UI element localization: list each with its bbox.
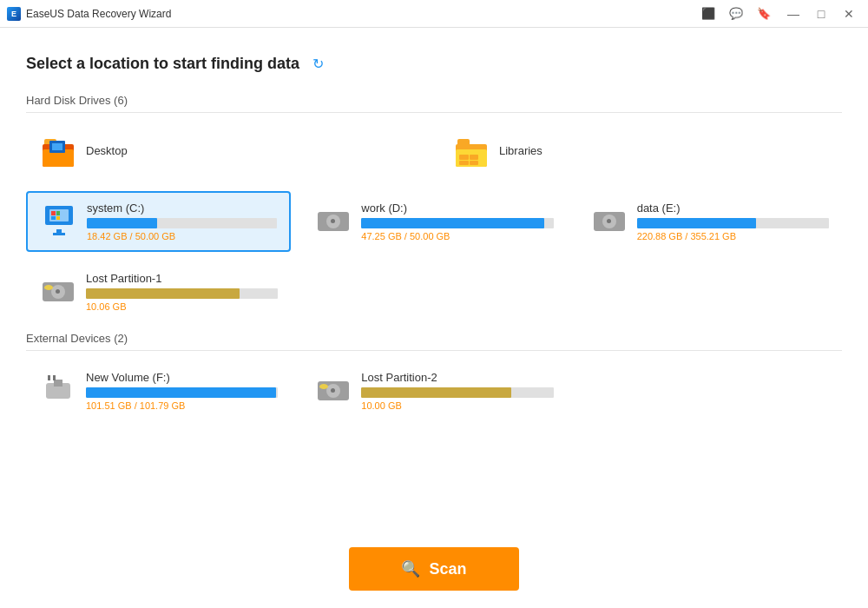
new-volume-f-progress-fill [86, 387, 276, 398]
lost-partition-1-size: 10.06 GB [86, 301, 278, 312]
lost-partition-1-progress-container [86, 288, 278, 299]
app-icon: E [7, 7, 21, 21]
external-devices-section: External Devices (2) New Volume (F:) [26, 332, 842, 420]
external-devices-label: External Devices (2) [26, 332, 842, 351]
minimize-button[interactable]: — [781, 4, 806, 23]
app-title: EaseUS Data Recovery Wizard [26, 8, 171, 20]
data-e-progress-container [637, 218, 829, 228]
main-content: Select a location to start finding data … [0, 28, 868, 608]
work-d-progress-fill [361, 218, 543, 228]
lost-partition-2-progress-fill [361, 387, 511, 398]
page-header: Select a location to start finding data … [26, 54, 842, 73]
libraries-info: Libraries [499, 144, 829, 161]
scan-button[interactable]: 🔍 Scan [349, 547, 518, 591]
work-d-name: work (D:) [361, 202, 553, 215]
hard-disk-section: Hard Disk Drives (6) D [26, 94, 842, 328]
system-c-size: 18.42 GB / 50.00 GB [87, 231, 277, 241]
work-d-card[interactable]: work (D:) 47.25 GB / 50.00 GB [301, 191, 566, 252]
lost-partition-1-progress-fill [86, 288, 240, 299]
work-d-progress-container [361, 218, 553, 228]
lost-partition-2-size: 10.00 GB [361, 400, 553, 411]
lost-partition-2-name: Lost Partition-2 [361, 371, 553, 384]
libraries-icon [452, 133, 490, 171]
scan-footer: 🔍 Scan [26, 530, 842, 591]
empty-cell-1 [301, 262, 566, 321]
desktop-info: Desktop [86, 144, 416, 161]
system-c-progress-container [87, 218, 277, 228]
drives-row-1: system (C:) 18.42 GB / 50.00 GB [26, 191, 842, 252]
work-d-icon [314, 202, 352, 241]
window-controls: — □ ✕ [781, 4, 861, 23]
lost-partition-1-info: Lost Partition-1 10.06 GB [86, 272, 278, 312]
drives-row-2: Lost Partition-1 10.06 GB [26, 262, 842, 321]
lost-partition-2-progress-container [361, 387, 553, 398]
empty-cell-3 [577, 361, 842, 420]
data-e-size: 220.88 GB / 355.21 GB [637, 231, 829, 241]
toolbar-icon-1[interactable]: ⬛ [698, 4, 719, 23]
close-button[interactable]: ✕ [837, 4, 861, 23]
hard-disk-label: Hard Disk Drives (6) [26, 94, 842, 113]
libraries-name: Libraries [499, 144, 829, 157]
data-e-name: data (E:) [637, 202, 829, 215]
lost-partition-2-card[interactable]: Lost Partition-2 10.00 GB [301, 361, 566, 420]
empty-cell-2 [577, 262, 842, 321]
desktop-name: Desktop [86, 144, 416, 157]
data-e-card[interactable]: data (E:) 220.88 GB / 355.21 GB [577, 191, 842, 252]
lost-partition-2-info: Lost Partition-2 10.00 GB [361, 371, 553, 411]
lost-partition-2-icon [314, 372, 352, 410]
maximize-button[interactable]: □ [809, 4, 833, 23]
new-volume-f-info: New Volume (F:) 101.51 GB / 101.79 GB [86, 371, 278, 411]
new-volume-f-card[interactable]: New Volume (F:) 101.51 GB / 101.79 GB [26, 361, 291, 420]
scan-search-icon: 🔍 [401, 559, 420, 578]
system-c-info: system (C:) 18.42 GB / 50.00 GB [87, 202, 277, 241]
lost-partition-1-name: Lost Partition-1 [86, 272, 278, 285]
title-bar-extra-controls: ⬛ 💬 🔖 [698, 4, 774, 23]
work-d-size: 47.25 GB / 50.00 GB [361, 231, 553, 241]
external-row: New Volume (F:) 101.51 GB / 101.79 GB [26, 361, 842, 420]
system-c-card[interactable]: system (C:) 18.42 GB / 50.00 GB [26, 191, 291, 252]
new-volume-f-icon [39, 372, 77, 410]
libraries-card[interactable]: Libraries [439, 123, 842, 181]
desktop-icon [39, 133, 77, 171]
toolbar-icon-2[interactable]: 💬 [726, 4, 746, 23]
data-e-progress-fill [637, 218, 756, 228]
new-volume-f-size: 101.51 GB / 101.79 GB [86, 400, 278, 411]
new-volume-f-progress-container [86, 387, 278, 398]
page-title: Select a location to start finding data [26, 55, 299, 73]
new-volume-f-name: New Volume (F:) [86, 371, 278, 384]
data-e-info: data (E:) 220.88 GB / 355.21 GB [637, 202, 829, 241]
toolbar-icon-3[interactable]: 🔖 [753, 4, 774, 23]
work-d-info: work (D:) 47.25 GB / 50.00 GB [361, 202, 553, 241]
system-c-progress-fill [87, 218, 157, 228]
shortcut-row: Desktop [26, 123, 842, 181]
lost-partition-1-icon [39, 273, 77, 311]
data-e-icon [590, 202, 628, 241]
desktop-card[interactable]: Desktop [26, 123, 429, 181]
lost-partition-1-card[interactable]: Lost Partition-1 10.06 GB [26, 262, 291, 321]
title-bar: E EaseUS Data Recovery Wizard ⬛ 💬 🔖 — □ … [0, 0, 868, 28]
refresh-button[interactable]: ↻ [308, 54, 327, 73]
scan-button-label: Scan [429, 560, 466, 578]
system-c-name: system (C:) [87, 202, 277, 215]
system-c-icon [40, 202, 78, 241]
title-bar-left: E EaseUS Data Recovery Wizard [7, 7, 171, 21]
